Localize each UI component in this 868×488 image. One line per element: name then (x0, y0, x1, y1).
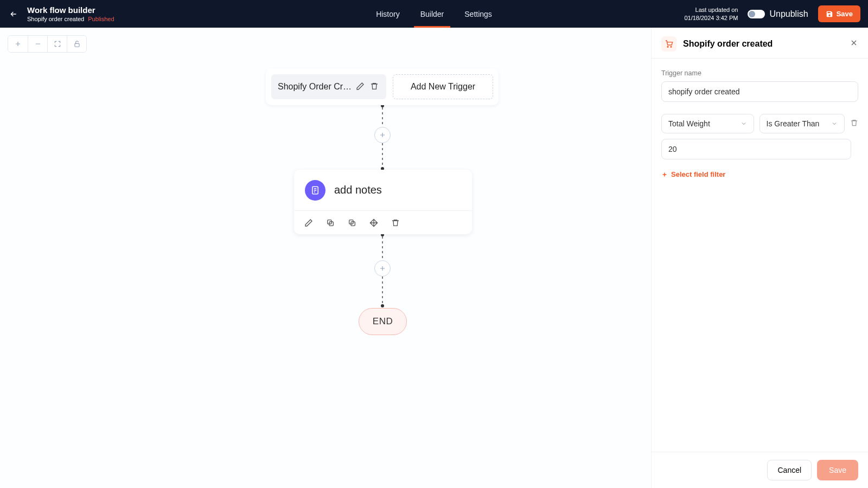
svg-point-15 (671, 46, 672, 47)
title-block: Work flow builder Shopify order created … (27, 5, 114, 22)
save-icon (826, 10, 833, 18)
zoom-in-button[interactable] (8, 36, 28, 52)
toggle-label: Unpublish (769, 9, 808, 19)
publish-status: Published (88, 16, 114, 22)
tab-history[interactable]: History (376, 0, 400, 28)
lock-icon (73, 40, 81, 48)
plus-icon (14, 40, 22, 48)
chevron-down-icon (741, 120, 747, 127)
plus-icon (379, 265, 386, 272)
filter-operator-select[interactable]: Is Greater Than (760, 114, 845, 133)
unpublish-toggle[interactable]: Unpublish (748, 9, 808, 19)
trigger-chip[interactable]: Shopify Order Cr… (271, 74, 386, 99)
save-label: Save (837, 10, 853, 18)
trigger-name-label: Trigger name (661, 69, 858, 77)
svg-point-8 (381, 304, 384, 307)
action-node[interactable]: add notes (294, 170, 472, 234)
toggle-switch-icon (748, 10, 765, 18)
action-title: add notes (334, 184, 382, 196)
filter-value-input[interactable] (661, 139, 851, 159)
delete-filter-button[interactable] (850, 119, 858, 129)
pencil-icon (304, 219, 313, 227)
panel-footer: Cancel Save (652, 452, 868, 488)
copy-icon (348, 219, 356, 227)
header-right: Last updated on 01/18/2024 3:42 PM Unpub… (684, 5, 860, 22)
filter-field-select[interactable]: Total Weight (661, 114, 754, 133)
save-button[interactable]: Save (818, 5, 860, 22)
trigger-card: Shopify Order Cr… Add New Trigger (266, 68, 499, 105)
add-step-button-1[interactable] (374, 127, 391, 143)
tab-builder[interactable]: Builder (420, 0, 444, 28)
action-toolbar (294, 210, 472, 234)
trash-icon (370, 82, 379, 91)
panel-title: Shopify order created (683, 39, 773, 49)
chevron-down-icon (831, 120, 838, 127)
close-icon (850, 38, 858, 47)
copy-action-button[interactable] (326, 218, 335, 228)
add-filter-button[interactable]: Select field filter (661, 170, 858, 178)
add-notes-icon (305, 180, 326, 201)
canvas-toolbar (8, 35, 87, 53)
delete-action-button[interactable] (391, 218, 400, 228)
edit-action-button[interactable] (304, 218, 314, 228)
add-trigger-button[interactable]: Add New Trigger (393, 74, 493, 99)
edit-trigger-button[interactable] (356, 82, 366, 92)
subtitle: Shopify order created Published (27, 16, 114, 22)
trash-icon (850, 119, 858, 127)
delete-trigger-button[interactable] (370, 82, 380, 92)
add-step-button-2[interactable] (374, 260, 391, 277)
panel-header: Shopify order created (652, 28, 868, 59)
copy-icon (326, 219, 335, 227)
panel-save-button[interactable]: Save (817, 460, 858, 480)
add-filter-label: Select field filter (671, 170, 725, 178)
plus-icon (661, 171, 668, 178)
end-label: END (373, 316, 393, 327)
panel-body: Trigger name Total Weight Is Greater Tha… (652, 59, 868, 452)
last-updated: Last updated on 01/18/2024 3:42 PM (684, 6, 738, 22)
page-title: Work flow builder (27, 5, 114, 15)
svg-rect-0 (74, 43, 79, 47)
trigger-edit-panel: Shopify order created Trigger name Total… (651, 28, 868, 488)
last-updated-label: Last updated on (684, 6, 738, 14)
action-head: add notes (294, 170, 472, 210)
pencil-icon (356, 82, 365, 91)
tab-settings[interactable]: Settings (464, 0, 492, 28)
last-updated-value: 01/18/2024 3:42 PM (684, 14, 738, 22)
back-button[interactable] (8, 8, 20, 20)
expand-icon (54, 40, 61, 48)
trigger-chip-label: Shopify Order Cr… (278, 82, 352, 92)
header-tabs: History Builder Settings (376, 0, 492, 28)
close-panel-button[interactable] (850, 38, 858, 49)
duplicate-action-button[interactable] (347, 218, 357, 228)
note-icon (310, 185, 320, 195)
trash-icon (391, 219, 400, 227)
filter-operator-value: Is Greater Than (767, 119, 820, 128)
minus-icon (34, 40, 42, 48)
fit-screen-button[interactable] (47, 36, 67, 52)
move-icon (369, 219, 378, 227)
trigger-name-input[interactable] (661, 81, 858, 102)
zoom-out-button[interactable] (28, 36, 47, 52)
filter-row: Total Weight Is Greater Than (661, 114, 858, 133)
end-node: END (359, 308, 407, 335)
subtitle-text: Shopify order created (27, 16, 84, 22)
cart-icon (665, 40, 673, 48)
filter-field-value: Total Weight (668, 119, 710, 128)
shopping-cart-icon (661, 36, 676, 52)
move-action-button[interactable] (369, 218, 379, 228)
plus-icon (379, 131, 386, 139)
add-trigger-label: Add New Trigger (411, 82, 475, 92)
app-header: Work flow builder Shopify order created … (0, 0, 868, 28)
panel-cancel-button[interactable]: Cancel (767, 460, 812, 480)
svg-point-14 (667, 46, 668, 47)
arrow-left-icon (9, 10, 18, 18)
lock-canvas-button[interactable] (67, 36, 86, 52)
